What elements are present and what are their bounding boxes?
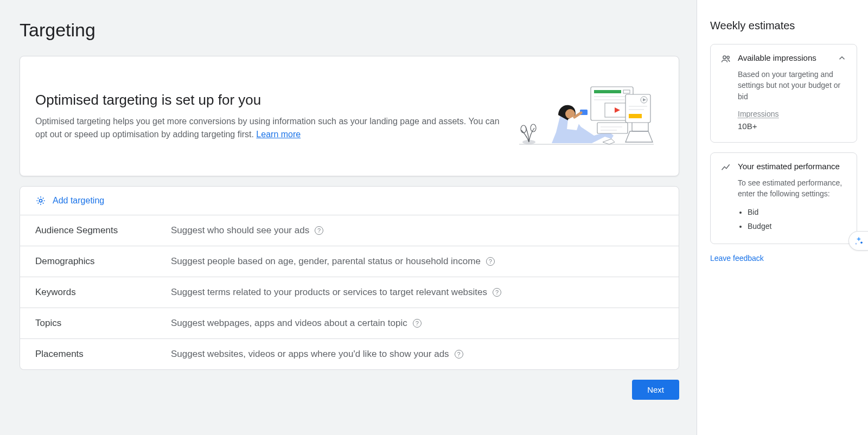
assistant-badge[interactable] (848, 231, 868, 251)
row-topics[interactable]: Topics Suggest webpages, apps and videos… (20, 308, 679, 339)
row-label: Placements (35, 349, 160, 360)
list-item: Budget (748, 219, 847, 234)
row-desc-text: Suggest terms related to your products o… (171, 287, 487, 298)
help-icon[interactable]: ? (413, 319, 422, 328)
svg-point-23 (39, 199, 42, 202)
row-desc: Suggest websites, videos or apps where y… (171, 349, 463, 360)
estimated-performance-card: Your estimated performance To see estima… (710, 152, 857, 244)
help-icon[interactable]: ? (493, 288, 501, 297)
row-desc: Suggest terms related to your products o… (171, 287, 501, 298)
impressions-title: Available impressions (738, 53, 831, 62)
page-title: Targeting (20, 20, 679, 41)
weekly-estimates-sidebar: Weekly estimates Available impressions (697, 0, 868, 435)
help-icon[interactable]: ? (486, 257, 495, 266)
performance-desc: To see estimated performance, enter the … (738, 177, 847, 200)
impressions-body: Based on your targeting and settings but… (720, 69, 847, 132)
row-demographics[interactable]: Demographics Suggest people based on age… (20, 246, 679, 277)
svg-point-24 (723, 56, 726, 59)
add-targeting-button[interactable]: Add targeting (20, 186, 679, 215)
performance-title: Your estimated performance (738, 162, 847, 171)
svg-point-26 (860, 242, 863, 244)
gear-icon (35, 195, 46, 206)
main-content: Targeting Optimised targeting is set up … (0, 0, 697, 435)
svg-point-2 (531, 124, 536, 132)
chevron-up-icon (837, 53, 847, 63)
row-desc: Suggest who should see your ads ? (171, 225, 323, 236)
list-item: Bid (748, 205, 847, 220)
row-desc-text: Suggest websites, videos or apps where y… (171, 349, 449, 360)
row-desc: Suggest webpages, apps and videos about … (171, 318, 422, 329)
impressions-desc: Based on your targeting and settings but… (738, 69, 847, 102)
svg-rect-19 (629, 114, 642, 118)
help-icon[interactable]: ? (315, 226, 323, 235)
svg-point-1 (521, 125, 526, 133)
impressions-label: Impressions (738, 108, 847, 119)
row-audience-segments[interactable]: Audience Segments Suggest who should see… (20, 215, 679, 246)
hero-description: Optimised targeting helps you get more c… (35, 115, 505, 141)
sidebar-title: Weekly estimates (710, 20, 857, 32)
row-desc-text: Suggest people based on age, gender, par… (171, 256, 481, 267)
row-label: Keywords (35, 287, 160, 298)
performance-requirements: Bid Budget (738, 205, 847, 234)
row-keywords[interactable]: Keywords Suggest terms related to your p… (20, 277, 679, 308)
svg-rect-4 (632, 121, 648, 131)
hero-title: Optimised targeting is set up for you (35, 92, 505, 108)
people-icon (720, 54, 731, 65)
learn-more-link[interactable]: Learn more (256, 130, 301, 139)
footer-actions: Next (20, 380, 679, 400)
impressions-header[interactable]: Available impressions (720, 53, 847, 65)
available-impressions-card: Available impressions Based on your targ… (710, 44, 857, 143)
hero-illustration (516, 78, 657, 154)
row-label: Topics (35, 318, 160, 329)
row-desc-text: Suggest webpages, apps and videos about … (171, 318, 407, 329)
row-label: Audience Segments (35, 225, 160, 236)
next-button[interactable]: Next (632, 380, 679, 400)
trend-icon (720, 162, 731, 173)
performance-body: To see estimated performance, enter the … (720, 177, 847, 234)
svg-rect-8 (594, 90, 621, 93)
impressions-value: 10B+ (738, 120, 847, 132)
row-label: Demographics (35, 256, 160, 267)
row-desc: Suggest people based on age, gender, par… (171, 256, 495, 267)
targeting-list: Add targeting Audience Segments Suggest … (20, 186, 679, 370)
performance-header[interactable]: Your estimated performance (720, 162, 847, 173)
svg-point-25 (727, 56, 729, 59)
svg-rect-20 (597, 123, 628, 133)
optimised-targeting-card: Optimised targeting is set up for you Op… (20, 56, 679, 176)
help-icon[interactable]: ? (455, 350, 463, 359)
leave-feedback-link[interactable]: Leave feedback (710, 254, 857, 263)
row-desc-text: Suggest who should see your ads (171, 225, 309, 236)
row-placements[interactable]: Placements Suggest websites, videos or a… (20, 339, 679, 370)
hero-text: Optimised targeting is set up for you Op… (35, 92, 505, 141)
add-targeting-label: Add targeting (53, 196, 104, 206)
